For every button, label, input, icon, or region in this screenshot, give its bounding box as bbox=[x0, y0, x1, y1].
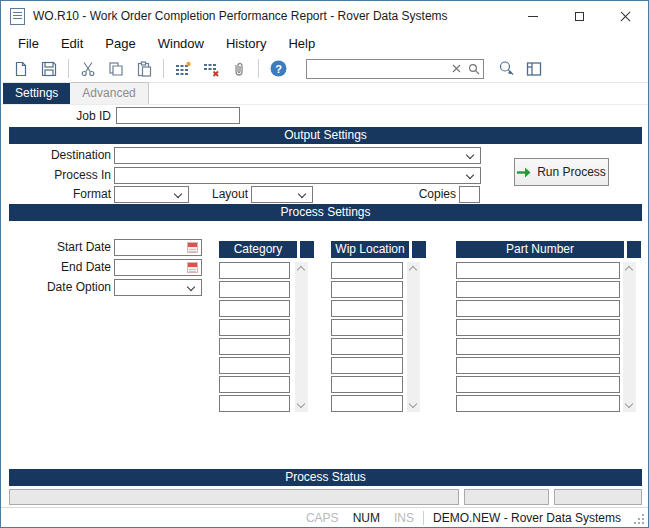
copies-input[interactable] bbox=[459, 186, 480, 203]
category-list bbox=[219, 262, 290, 414]
menu-edit[interactable]: Edit bbox=[50, 33, 94, 54]
list-row-input[interactable] bbox=[456, 319, 620, 336]
scroll-up-icon[interactable] bbox=[625, 266, 633, 274]
copy-icon[interactable] bbox=[104, 58, 128, 80]
output-settings-header: Output Settings bbox=[9, 127, 642, 144]
list-row-input[interactable] bbox=[456, 300, 620, 317]
list-row-input[interactable] bbox=[219, 319, 290, 336]
layout-view-icon[interactable] bbox=[522, 58, 546, 80]
list-row-input[interactable] bbox=[219, 281, 290, 298]
wip-location-list bbox=[331, 262, 403, 414]
status-bar: CAPS NUM INS DEMO.NEW - Rover Data Syste… bbox=[1, 507, 648, 527]
calendar-icon[interactable] bbox=[187, 242, 198, 253]
list-row-input[interactable] bbox=[456, 262, 620, 279]
clear-search-icon[interactable] bbox=[447, 64, 465, 73]
wip-location-scrollbar[interactable] bbox=[407, 262, 420, 412]
settings-panel: Job ID Output Settings Destination Proce… bbox=[1, 105, 648, 509]
list-row-input[interactable] bbox=[331, 300, 403, 317]
end-date-input[interactable] bbox=[114, 259, 202, 276]
num-indicator: NUM bbox=[346, 511, 387, 525]
category-list-header: Category bbox=[219, 241, 297, 258]
cut-icon[interactable] bbox=[76, 58, 100, 80]
save-icon[interactable] bbox=[37, 58, 61, 80]
statusbar-separator bbox=[423, 511, 424, 525]
part-number-list-header: Part Number bbox=[456, 241, 624, 258]
format-label: Format bbox=[1, 186, 111, 203]
close-button[interactable] bbox=[602, 1, 648, 31]
run-process-label: Run Process bbox=[537, 165, 606, 179]
search-input[interactable] bbox=[307, 61, 447, 77]
scroll-up-icon[interactable] bbox=[409, 266, 417, 274]
process-in-select[interactable] bbox=[114, 167, 481, 184]
list-row-input[interactable] bbox=[331, 262, 403, 279]
list-row-input[interactable] bbox=[456, 395, 620, 412]
category-scroll-header-stub bbox=[300, 241, 314, 258]
list-row-input[interactable] bbox=[456, 376, 620, 393]
tab-advanced[interactable]: Advanced bbox=[70, 82, 148, 104]
title-bar: WO.R10 - Work Order Completion Performan… bbox=[1, 1, 648, 31]
svg-text:?: ? bbox=[275, 63, 282, 75]
record-lookup-icon[interactable] bbox=[494, 58, 518, 80]
process-status-field bbox=[9, 489, 459, 505]
insert-row-icon[interactable] bbox=[171, 58, 195, 80]
menu-page[interactable]: Page bbox=[94, 33, 146, 54]
list-row-input[interactable] bbox=[219, 338, 290, 355]
scroll-down-icon[interactable] bbox=[297, 400, 305, 408]
list-row-input[interactable] bbox=[219, 357, 290, 374]
scroll-down-icon[interactable] bbox=[409, 400, 417, 408]
run-process-button[interactable]: Run Process bbox=[514, 158, 609, 186]
tab-settings[interactable]: Settings bbox=[3, 83, 70, 104]
toolbar-search bbox=[306, 59, 484, 79]
list-row-input[interactable] bbox=[219, 376, 290, 393]
list-row-input[interactable] bbox=[331, 357, 403, 374]
paste-icon[interactable] bbox=[132, 58, 156, 80]
menu-window[interactable]: Window bbox=[147, 33, 215, 54]
job-id-input[interactable] bbox=[116, 107, 240, 124]
scroll-up-icon[interactable] bbox=[297, 266, 305, 274]
category-scrollbar[interactable] bbox=[295, 262, 308, 412]
list-row-input[interactable] bbox=[331, 319, 403, 336]
resize-grip-icon[interactable] bbox=[632, 512, 644, 524]
attachment-icon[interactable] bbox=[227, 58, 251, 80]
caps-indicator: CAPS bbox=[299, 511, 346, 525]
menu-history[interactable]: History bbox=[215, 33, 277, 54]
toolbar-separator bbox=[163, 59, 164, 78]
list-row-input[interactable] bbox=[219, 262, 290, 279]
new-document-icon[interactable] bbox=[9, 58, 33, 80]
calendar-icon[interactable] bbox=[187, 262, 198, 273]
list-row-input[interactable] bbox=[331, 395, 403, 412]
window-title: WO.R10 - Work Order Completion Performan… bbox=[33, 9, 448, 23]
scroll-down-icon[interactable] bbox=[625, 400, 633, 408]
list-row-input[interactable] bbox=[219, 395, 290, 412]
minimize-button[interactable] bbox=[510, 1, 556, 31]
list-row-input[interactable] bbox=[456, 281, 620, 298]
delete-row-icon[interactable] bbox=[199, 58, 223, 80]
layout-label: Layout bbox=[196, 186, 248, 203]
list-row-input[interactable] bbox=[331, 338, 403, 355]
format-select[interactable] bbox=[114, 186, 189, 203]
help-icon[interactable]: ? bbox=[266, 58, 290, 80]
process-status-field-2 bbox=[464, 489, 549, 505]
date-option-label: Date Option bbox=[1, 279, 111, 296]
menu-file[interactable]: File bbox=[7, 33, 50, 54]
layout-select[interactable] bbox=[251, 186, 313, 203]
destination-select[interactable] bbox=[114, 147, 481, 164]
maximize-icon bbox=[575, 12, 584, 21]
start-date-label: Start Date bbox=[1, 239, 111, 256]
maximize-button[interactable] bbox=[556, 1, 602, 31]
search-icon[interactable] bbox=[465, 63, 483, 75]
date-option-select[interactable] bbox=[114, 279, 202, 296]
list-row-input[interactable] bbox=[331, 281, 403, 298]
start-date-input[interactable] bbox=[114, 239, 202, 256]
minimize-icon bbox=[528, 16, 538, 17]
app-icon bbox=[10, 8, 25, 25]
list-row-input[interactable] bbox=[219, 300, 290, 317]
list-row-input[interactable] bbox=[456, 338, 620, 355]
list-row-input[interactable] bbox=[456, 357, 620, 374]
database-context: DEMO.NEW - Rover Data Systems bbox=[426, 511, 628, 525]
list-row-input[interactable] bbox=[331, 376, 403, 393]
menu-help[interactable]: Help bbox=[277, 33, 326, 54]
app-window: WO.R10 - Work Order Completion Performan… bbox=[0, 0, 649, 528]
ins-indicator: INS bbox=[387, 511, 421, 525]
part-number-scrollbar[interactable] bbox=[623, 262, 636, 412]
